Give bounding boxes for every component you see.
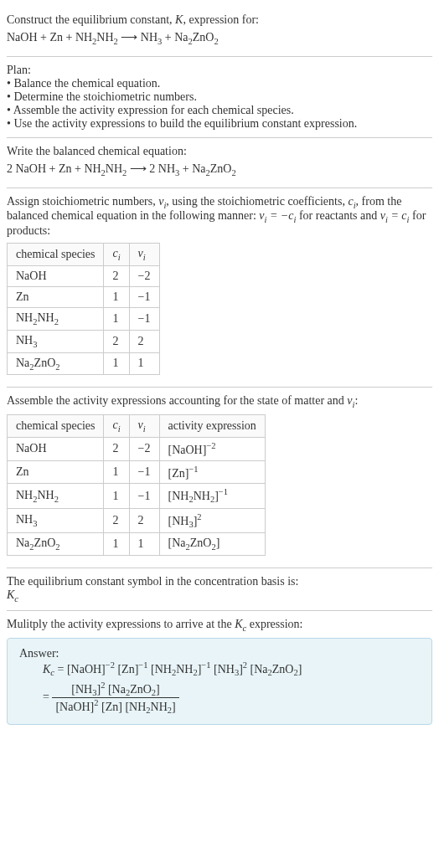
unbalanced-equation: NaOH + Zn + NH2NH2 ⟶ NH3 + Na2ZnO2 (7, 30, 432, 46)
cell: 1 (104, 352, 129, 375)
table-row: NaOH2−2[NaOH]−2 (8, 437, 266, 460)
assign-text: Assign stoichiometric numbers, νi, using… (7, 195, 432, 239)
answer-section: Mulitply the activity expressions to arr… (7, 611, 432, 732)
t: [Na (105, 683, 126, 696)
balanced-heading: Write the balanced chemical equation: (7, 145, 432, 158)
table-row: Na2ZnO211 (8, 352, 160, 375)
nh2nh2b: NH (176, 662, 193, 675)
table-row: Zn1−1 (8, 286, 160, 307)
sub: i (143, 424, 146, 434)
cell: −1 (129, 484, 159, 508)
t: [NH (71, 683, 92, 696)
t: for reactants and (296, 209, 380, 222)
plan-bullet-1: • Balance the chemical equation. (7, 77, 432, 90)
col-nu: νi (129, 415, 159, 438)
cell: Na2ZnO2 (8, 533, 104, 556)
table-row: NH2NH21−1[NH2NH2]−1 (8, 484, 266, 508)
plan-bullet-2: • Determine the stoichiometric numbers. (7, 90, 432, 104)
t: ] (172, 701, 176, 713)
t: Assign stoichiometric numbers, (7, 195, 158, 208)
t: [NaOH] (55, 701, 94, 713)
table-row: Zn1−1[Zn]−1 (8, 460, 266, 484)
eq: = [NaOH] (54, 662, 106, 675)
kc: K (43, 662, 50, 675)
t: : (354, 394, 358, 407)
nh2nh2: [NH (148, 662, 172, 675)
bal-a: 2 NaOH + Zn + NH (7, 162, 101, 175)
col-species: chemical species (8, 244, 104, 266)
col-nu: νi (129, 244, 159, 266)
kc-symbol-section: The equilibrium constant symbol in the c… (7, 568, 432, 611)
exp: −1 (138, 660, 147, 670)
cell: −2 (129, 437, 159, 460)
kc-fraction: = [NH3]2 [Na2ZnO2] [NaOH]2 [Zn] [NH2NH2] (43, 681, 420, 716)
cell: NH2NH2 (8, 484, 104, 508)
cell: [NH2NH2]−1 (159, 484, 265, 508)
cell: 1 (129, 352, 159, 375)
sub: i (118, 253, 121, 262)
sub2: 2 (92, 37, 96, 46)
answer-box: Answer: Kc = [NaOH]−2 [Zn]−1 [NH2NH2]−1 … (7, 638, 432, 725)
cell: 2 (129, 508, 159, 532)
exp: 2 (197, 512, 201, 521)
sub: i (118, 424, 121, 434)
cell: 1 (104, 533, 129, 556)
cell: −1 (129, 307, 159, 330)
denominator: [NaOH]2 [Zn] [NH2NH2] (52, 698, 178, 715)
table-row: NH322 (8, 330, 160, 352)
rel: = −c (266, 209, 293, 222)
t: Assemble the activity expressions accoun… (7, 394, 347, 407)
ksub: c (14, 594, 18, 603)
answer-label: Answer: (19, 647, 420, 660)
cell: NH3 (8, 508, 104, 532)
sub: 2 (231, 168, 235, 177)
cell: NaOH (8, 437, 104, 460)
sub: 2 (101, 168, 106, 177)
cell: NaOH (8, 265, 104, 286)
numerator: [NH3]2 [Na2ZnO2] (52, 681, 178, 698)
kc-expression: Kc = [NaOH]−2 [Zn]−1 [NH2NH2]−1 [NH3]2 [… (43, 660, 420, 677)
cell: NH2NH2 (8, 307, 104, 330)
na2zno2b: ZnO (272, 662, 294, 675)
cell: 1 (104, 286, 129, 307)
t: , using the stoichiometric coefficients, (166, 195, 348, 208)
k-symbol: K (175, 13, 183, 26)
problem-statement: Construct the equilibrium constant, K, e… (7, 7, 432, 57)
cell: [Na2ZnO2] (159, 533, 265, 556)
table-row: Na2ZnO211[Na2ZnO2] (8, 533, 266, 556)
rel: = c (388, 209, 407, 222)
table-row: NaOH2−2 (8, 265, 160, 286)
exp: −1 (189, 465, 198, 474)
t: [Zn] [NH (99, 701, 147, 713)
plan-heading: Plan: (7, 64, 432, 77)
balanced-section: Write the balanced chemical equation: 2 … (7, 138, 432, 188)
t: NH (151, 701, 168, 713)
cell: 2 (104, 508, 129, 532)
k: K (7, 588, 14, 601)
intro-text-b: , expression for: (183, 13, 259, 26)
cell: Zn (8, 460, 104, 484)
cell: 1 (104, 460, 129, 484)
cell: NH3 (8, 330, 104, 352)
cell: 1 (129, 533, 159, 556)
cell: 2 (104, 265, 129, 286)
bal-b: ⟶ 2 NH (127, 162, 175, 175)
cell: [NH3]2 (159, 508, 265, 532)
exp: −2 (206, 441, 215, 450)
arrow-rhs: ⟶ NH (121, 31, 158, 44)
na2zno2: [Na (247, 662, 268, 675)
plan-bullet-4: • Use the activity expressions to build … (7, 117, 432, 131)
activity-table: chemical species ci νi activity expressi… (7, 414, 266, 556)
cell: −1 (129, 286, 159, 307)
table-row: NH2NH21−1 (8, 307, 160, 330)
cell: 1 (104, 307, 129, 330)
balanced-equation: 2 NaOH + Zn + NH2NH2 ⟶ 2 NH3 + Na2ZnO2 (7, 162, 432, 177)
na2zno2c: ] (298, 662, 302, 675)
sub2d: 2 (214, 37, 218, 46)
cell: 2 (104, 330, 129, 352)
k: K (235, 618, 242, 630)
col-activity: activity expression (159, 415, 265, 438)
equals: = (43, 691, 52, 703)
cell: −2 (129, 265, 159, 286)
ax: [Zn] (168, 466, 189, 479)
